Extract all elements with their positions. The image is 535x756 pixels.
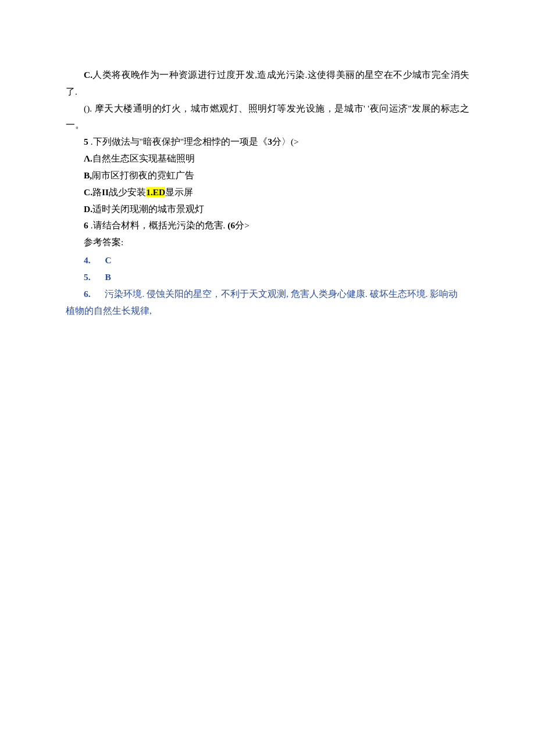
answers-block: 4.C 5.B 6.污染环境. 侵蚀关阳的星空，不利于天文观测, 危害人类身心健… — [66, 252, 469, 302]
q5-mark-bold: 3 — [268, 137, 272, 146]
answer-5-val: B — [105, 272, 110, 282]
q5-number: 5 — [84, 137, 88, 146]
question-5: 5 .下列做法与"暗夜保护"理念相悖的一项是《3分〉(> — [66, 134, 469, 151]
q5-option-a: Λ.自然生态区实现基础照明 — [66, 151, 469, 167]
q5-d-label: D. — [84, 204, 92, 214]
q6-mark-bold: (6 — [227, 220, 235, 230]
q6-text: .请结合材料，概括光污染的危害. — [88, 220, 228, 230]
answer-4: 4.C — [66, 252, 469, 269]
answer-6-num: 6. — [84, 289, 91, 299]
q6-number: 6 — [84, 220, 88, 230]
answer-6-text-a: 污染环境. 侵蚀关阳的星空，不利于天文观测, 危害人类身心健康. 破坏生态环境.… — [105, 289, 458, 299]
q5-option-c: C.路II战少安装1.ED显示屏 — [66, 184, 469, 201]
q5-a-label: Λ. — [84, 153, 92, 163]
q5-c-text3: 显示屏 — [165, 187, 193, 197]
answer-label: 参考答案: — [66, 234, 469, 251]
q5-c-text2: 战少安装 — [109, 187, 146, 197]
q5-d-text: 适时关闭现潮的城市景观灯 — [92, 204, 204, 214]
q6-mark-tail: 分> — [235, 220, 249, 230]
q5-text: .下列做法与"暗夜保护"理念相悖的一项是《 — [88, 137, 268, 146]
paragraph-option-d: (). 摩天大楼通明的灯火，城市燃观灯、照明灯等发光设施，是城市' '夜问运济"… — [66, 101, 469, 134]
option-c-text: 人类将夜晚作为一种资源进行过度开发,造成光污染.这使得美丽的星空在不少城市完全消… — [66, 70, 469, 96]
q5-mark-tail: 分〉(> — [272, 137, 299, 146]
q5-option-d: D.适时关闭现潮的城市景观灯 — [66, 201, 469, 218]
answer-5: 5.B — [66, 269, 469, 286]
paragraph-option-c: C.人类将夜晚作为一种资源进行过度开发,造成光污染.这使得美丽的星空在不少城市完… — [66, 67, 469, 101]
page-container: C.人类将夜晚作为一种资源进行过度开发,造成光污染.这使得美丽的星空在不少城市完… — [0, 0, 535, 756]
q5-c-label1: C. — [84, 187, 92, 197]
q5-option-b: B,闹市区打彻夜的霓虹广告 — [66, 167, 469, 184]
q5-a-text: 自然生态区实现基础照明 — [92, 153, 195, 163]
q5-b-label: B, — [84, 170, 92, 180]
q5-b-text: 闹市区打彻夜的霓虹广告 — [92, 170, 194, 180]
q5-c-text1: 路 — [92, 187, 102, 197]
answer-6-line2: 植物的自然生长规律, — [66, 303, 469, 320]
question-6: 6 .请结合材料，概括光污染的危害. (6分> — [66, 217, 469, 234]
answer-4-num: 4. — [84, 255, 91, 265]
answer-6-line1: 6.污染环境. 侵蚀关阳的星空，不利于天文观测, 危害人类身心健康. 破坏生态环… — [66, 286, 469, 303]
answer-4-val: C — [105, 255, 111, 265]
q5-c-label2: II — [102, 187, 109, 197]
q5-c-highlight: 1.ED — [146, 187, 165, 197]
answer-5-num: 5. — [84, 272, 91, 282]
option-c-label: C. — [84, 70, 92, 80]
